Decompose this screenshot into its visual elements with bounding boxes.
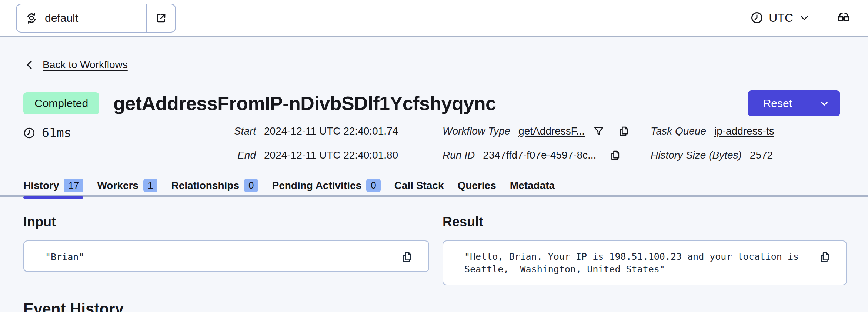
end-label: End — [207, 149, 256, 161]
topbar-right: UTC — [750, 0, 851, 36]
namespace-name: default — [45, 12, 78, 24]
copy-icon — [819, 251, 831, 263]
history-size-value: 2572 — [750, 149, 773, 161]
tab-label: Call Stack — [394, 180, 444, 192]
namespace-selector-main[interactable]: default — [17, 4, 146, 32]
input-section-title: Input — [23, 214, 56, 230]
meta-type-run: Workflow Type getAddressF... Run ID 2347… — [443, 124, 630, 163]
copy-icon — [610, 149, 621, 161]
run-id-copy-button[interactable] — [610, 149, 621, 161]
start-label: Start — [207, 125, 256, 137]
tab-queries[interactable]: Queries — [457, 179, 496, 199]
copy-icon — [401, 251, 414, 263]
tab-label: Relationships — [171, 180, 239, 192]
timezone-label: UTC — [769, 11, 793, 25]
tab-label: Queries — [457, 180, 496, 192]
input-value-box: "Brian" — [23, 240, 429, 272]
tab-count-badge: 0 — [366, 179, 380, 192]
timezone-picker[interactable]: UTC — [750, 11, 810, 25]
end-value: 2024-12-11 UTC 22:40:01.80 — [264, 149, 398, 161]
tab-label: Workers — [97, 180, 138, 192]
namespace-icon — [25, 11, 38, 25]
tab-label: History — [23, 180, 59, 192]
reset-button[interactable]: Reset — [748, 90, 808, 116]
task-queue-link[interactable]: ip-address-ts — [714, 125, 774, 137]
run-id-value: 2347ffd7-f07e-4597-8c... — [483, 149, 596, 161]
history-size-label: History Size (Bytes) — [651, 149, 742, 161]
workflow-type-filter-button[interactable] — [593, 125, 605, 137]
meta-row-task-queue: Task Queue ip-address-ts — [651, 124, 774, 139]
meta-row-workflow-type: Workflow Type getAddressF... — [443, 124, 630, 139]
result-section-title: Result — [443, 214, 483, 230]
run-id-label: Run ID — [443, 149, 475, 161]
tab-metadata[interactable]: Metadata — [510, 179, 555, 199]
filter-icon — [593, 125, 605, 137]
clock-icon — [750, 11, 764, 24]
input-copy-button[interactable] — [401, 251, 414, 263]
tab-count-badge: 0 — [244, 179, 258, 192]
meta-times: Start 2024-12-11 UTC 22:40:01.74 End 202… — [207, 124, 398, 163]
namespace-selector[interactable]: default — [16, 4, 176, 33]
external-link-icon — [155, 12, 167, 24]
workflow-duration: 61ms — [23, 126, 71, 140]
back-to-workflows-link[interactable]: Back to Workflows — [43, 59, 128, 71]
tab-call-stack[interactable]: Call Stack — [394, 179, 444, 199]
back-row: Back to Workflows — [23, 59, 128, 71]
clock-icon — [23, 127, 36, 139]
duration-value: 61ms — [42, 126, 71, 140]
start-value: 2024-12-11 UTC 22:40:01.74 — [264, 125, 398, 137]
workflow-type-link[interactable]: getAddressF... — [518, 125, 585, 137]
workflow-id-title: getAddressFromIP-nDivbSDlf1Ycfshyqync_ — [113, 92, 734, 114]
reset-menu-button[interactable] — [808, 90, 840, 116]
result-copy-button[interactable] — [819, 251, 831, 263]
meta-queue-size: Task Queue ip-address-ts History Size (B… — [651, 124, 774, 163]
chevron-down-icon — [798, 12, 810, 24]
workflow-tabs: History 17 Workers 1 Relationships 0 Pen… — [23, 179, 555, 199]
workflow-type-label: Workflow Type — [443, 125, 510, 137]
top-bar: default UTC — [0, 0, 868, 37]
tab-workers[interactable]: Workers 1 — [97, 179, 157, 199]
meta-row-end: End 2024-12-11 UTC 22:40:01.80 — [207, 148, 398, 163]
input-value-text: "Brian" — [24, 241, 428, 271]
event-history-title: Event History — [23, 300, 124, 312]
result-value-text: "Hello, Brian. Your IP is 198.51.100.23 … — [443, 241, 846, 283]
workflow-type-copy-button[interactable] — [618, 125, 630, 137]
meta-row-run-id: Run ID 2347ffd7-f07e-4597-8c... — [443, 148, 630, 163]
tab-history[interactable]: History 17 — [23, 179, 83, 199]
chevron-down-icon — [819, 98, 830, 109]
tab-relationships[interactable]: Relationships 0 — [171, 179, 258, 199]
tab-label: Pending Activities — [272, 180, 361, 192]
glasses-icon — [836, 10, 851, 25]
result-value-box: "Hello, Brian. Your IP is 198.51.100.23 … — [443, 240, 847, 285]
labs-mode-button[interactable] — [836, 10, 851, 25]
chevron-left-icon — [23, 59, 36, 71]
workflow-title-row: Completed getAddressFromIP-nDivbSDlf1Ycf… — [23, 90, 840, 117]
tab-pending-activities[interactable]: Pending Activities 0 — [272, 179, 380, 199]
status-badge: Completed — [23, 92, 99, 114]
tab-label: Metadata — [510, 180, 555, 192]
copy-icon — [618, 125, 630, 137]
namespace-open-button[interactable] — [147, 4, 175, 32]
reset-split-button: Reset — [748, 90, 840, 116]
meta-row-start: Start 2024-12-11 UTC 22:40:01.74 — [207, 124, 398, 139]
tab-count-badge: 1 — [143, 179, 157, 192]
task-queue-label: Task Queue — [651, 125, 706, 137]
tab-count-badge: 17 — [64, 179, 83, 192]
meta-row-history-size: History Size (Bytes) 2572 — [651, 148, 774, 163]
